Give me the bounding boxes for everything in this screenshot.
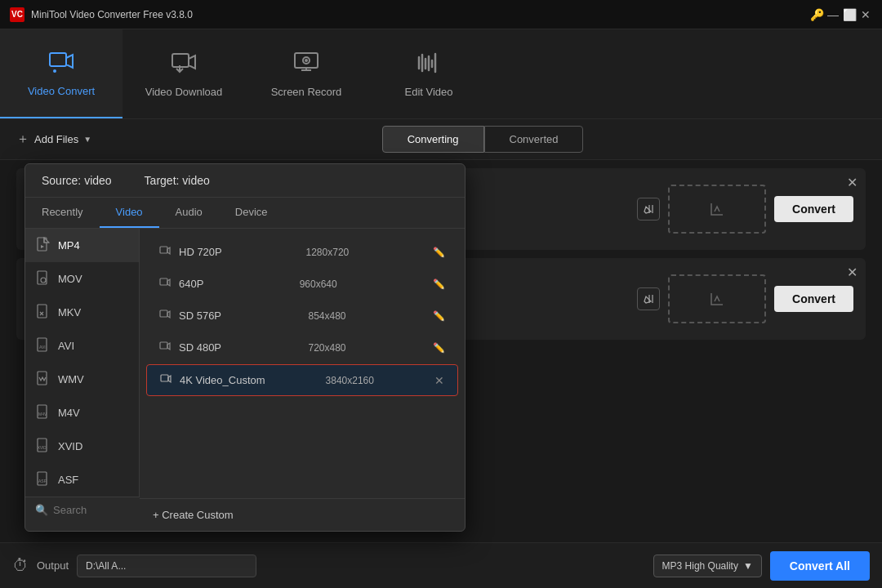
quality-4k-left: 4K Video_Custom bbox=[160, 373, 265, 387]
format-item-asf[interactable]: ASF ASF bbox=[25, 463, 139, 497]
format-mp4-label: MP4 bbox=[58, 239, 80, 252]
quality-4k-custom[interactable]: 4K Video_Custom 3840x2160 ✕ bbox=[146, 364, 458, 396]
quality-hd720p[interactable]: HD 720P 1280x720 ✏️ bbox=[146, 237, 458, 267]
quality-list: HD 720P 1280x720 ✏️ 640P bbox=[140, 229, 465, 498]
file-1-actions: Convert bbox=[637, 185, 853, 234]
format-item-wmv[interactable]: WMV bbox=[25, 363, 139, 396]
quality-sd480p-edit[interactable]: ✏️ bbox=[433, 342, 445, 354]
quality-4k-label: 4K Video_Custom bbox=[180, 374, 265, 386]
quality-hd720p-label: HD 720P bbox=[179, 246, 222, 258]
quality-640p-res: 960x640 bbox=[300, 278, 337, 290]
format-dropdown[interactable]: MP3 High Quality ▼ bbox=[653, 555, 762, 577]
nav-edit-video[interactable]: Edit Video bbox=[368, 29, 490, 118]
nav-video-download[interactable]: Video Download bbox=[122, 29, 245, 118]
wmv-icon bbox=[37, 371, 50, 388]
quality-sd480p-res: 720x480 bbox=[309, 342, 346, 354]
quality-sd480p-icon bbox=[159, 341, 171, 354]
tab-group: Converting Converted bbox=[382, 126, 584, 153]
nav-screen-record[interactable]: Screen Record bbox=[245, 29, 368, 118]
key-icon[interactable]: 🔑 bbox=[810, 8, 823, 21]
nav-edit-video-label: Edit Video bbox=[404, 86, 452, 98]
quality-640p-edit[interactable]: ✏️ bbox=[433, 278, 445, 290]
edit-video-icon bbox=[416, 51, 442, 79]
svg-rect-19 bbox=[160, 247, 167, 253]
quality-sd576p-left: SD 576P bbox=[159, 309, 221, 323]
titlebar: VC MiniTool Video Converter Free v3.8.0 … bbox=[0, 0, 882, 29]
convert-all-button[interactable]: Convert All bbox=[770, 551, 870, 581]
xvid-icon: XVID bbox=[37, 438, 50, 455]
mkv-icon bbox=[37, 304, 50, 321]
quality-4k-res: 3840x2160 bbox=[326, 375, 374, 386]
quality-sd576p[interactable]: SD 576P 854x480 ✏️ bbox=[146, 301, 458, 331]
format-item-m4v[interactable]: M4V M4V bbox=[25, 396, 139, 430]
panel-target-label: Target: video bbox=[145, 174, 210, 187]
file-1-convert-button[interactable]: Convert bbox=[774, 196, 853, 222]
maximize-button[interactable]: ⬜ bbox=[843, 8, 856, 21]
format-item-xvid[interactable]: XVID XVID bbox=[25, 430, 139, 463]
mp4-icon bbox=[37, 237, 50, 254]
file-2-actions: Convert bbox=[637, 274, 853, 323]
quality-panel: HD 720P 1280x720 ✏️ 640P bbox=[140, 229, 465, 531]
file-2-edit-icon[interactable] bbox=[637, 287, 660, 310]
quality-sd576p-edit[interactable]: ✏️ bbox=[433, 310, 445, 322]
panel-tab-video[interactable]: Video bbox=[100, 198, 159, 228]
add-files-button[interactable]: ＋ Add Files ▼ bbox=[16, 131, 91, 148]
panel-target-val: video bbox=[182, 174, 209, 187]
add-files-label: Add Files bbox=[34, 133, 78, 145]
quality-640p-left: 640P bbox=[159, 277, 203, 291]
panel-source-label: Source: video bbox=[42, 174, 112, 187]
panel-tab-audio[interactable]: Audio bbox=[159, 198, 219, 228]
app-logo: VC bbox=[10, 7, 24, 22]
quality-640p[interactable]: 640P 960x640 ✏️ bbox=[146, 269, 458, 299]
format-item-mkv[interactable]: MKV bbox=[25, 296, 139, 329]
format-dropdown-label: MP3 High Quality bbox=[662, 560, 738, 572]
quality-640p-icon bbox=[159, 277, 171, 291]
file-2-close-button[interactable]: ✕ bbox=[847, 265, 858, 280]
format-asf-label: ASF bbox=[58, 474, 78, 486]
convert-all-settings: MP3 High Quality ▼ Convert All bbox=[653, 551, 870, 581]
screen-record-icon bbox=[293, 51, 319, 79]
quality-4k-remove[interactable]: ✕ bbox=[434, 374, 444, 387]
panel-source-val: video bbox=[84, 174, 111, 187]
format-list: MP4 MOV bbox=[25, 229, 140, 497]
close-button[interactable]: ✕ bbox=[859, 8, 872, 21]
quality-hd720p-edit[interactable]: ✏️ bbox=[433, 247, 445, 258]
format-xvid-label: XVID bbox=[58, 440, 82, 452]
svg-text:M4V: M4V bbox=[38, 412, 47, 416]
converted-tab[interactable]: Converted bbox=[484, 126, 584, 153]
mov-icon bbox=[37, 270, 50, 287]
file-1-close-button[interactable]: ✕ bbox=[847, 175, 858, 190]
bottombar: ⏱ Output MP3 High Quality ▼ Convert All bbox=[0, 542, 882, 588]
nav-video-download-label: Video Download bbox=[145, 86, 222, 98]
panel-tab-device[interactable]: Device bbox=[219, 198, 284, 228]
clock-icon: ⏱ bbox=[12, 556, 29, 575]
create-custom-button[interactable]: + Create Custom bbox=[140, 498, 465, 531]
format-item-mov[interactable]: MOV bbox=[25, 262, 139, 296]
format-wmv-label: WMV bbox=[58, 373, 84, 385]
panel-tab-recently[interactable]: Recently bbox=[25, 198, 100, 228]
panel-tabs: Recently Video Audio Device bbox=[25, 198, 465, 229]
panel-header: Source: video Target: video bbox=[25, 164, 465, 198]
file-1-format-area[interactable] bbox=[668, 185, 766, 234]
navbar: Video Convert Video Download Screen Reco… bbox=[0, 29, 882, 119]
nav-video-convert[interactable]: Video Convert bbox=[0, 29, 122, 118]
format-item-mp4[interactable]: MP4 bbox=[25, 229, 139, 262]
video-download-icon bbox=[171, 51, 197, 79]
format-item-avi[interactable]: AVI AVI bbox=[25, 329, 139, 363]
quality-sd480p[interactable]: SD 480P 720x480 ✏️ bbox=[146, 332, 458, 363]
svg-text:XVID: XVID bbox=[38, 446, 47, 450]
nav-screen-record-label: Screen Record bbox=[271, 86, 342, 98]
search-icon: 🔍 bbox=[35, 504, 48, 516]
svg-rect-2 bbox=[172, 54, 189, 67]
panel-left-wrapper: MP4 MOV bbox=[25, 229, 140, 531]
file-2-convert-button[interactable]: Convert bbox=[774, 286, 853, 312]
minimize-button[interactable]: — bbox=[826, 8, 840, 21]
converting-tab[interactable]: Converting bbox=[382, 126, 484, 153]
asf-icon: ASF bbox=[37, 471, 50, 488]
file-1-edit-icon[interactable] bbox=[637, 198, 660, 220]
quality-640p-label: 640P bbox=[179, 278, 203, 290]
format-mkv-label: MKV bbox=[58, 306, 81, 318]
panel-target-label-text: Target: bbox=[145, 174, 180, 187]
file-2-format-area[interactable] bbox=[668, 274, 766, 323]
output-path-input[interactable] bbox=[77, 555, 256, 577]
